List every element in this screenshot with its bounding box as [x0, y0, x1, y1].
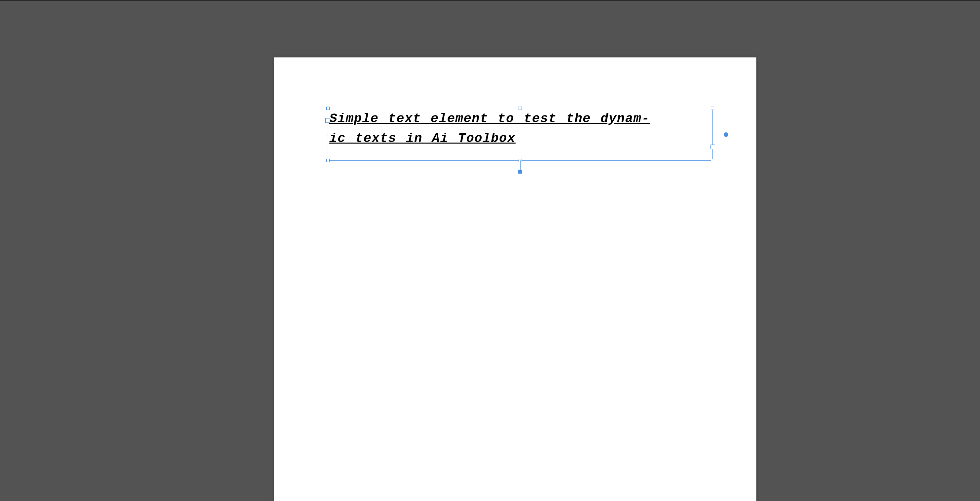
- selection-handle-bottom-left[interactable]: [326, 159, 329, 162]
- selection-handle-top-left[interactable]: [326, 106, 329, 110]
- bottom-indicator-handle[interactable]: [518, 170, 522, 174]
- text-content[interactable]: Simple text element to test the dynam- i…: [328, 108, 713, 149]
- text-out-port[interactable]: [711, 144, 715, 149]
- text-thread-handle[interactable]: [724, 132, 728, 137]
- text-in-port[interactable]: [325, 118, 330, 123]
- selection-handle-bottom-right[interactable]: [711, 159, 714, 162]
- text-line-1: Simple text element to test the dynam-: [329, 111, 650, 126]
- text-left-mid-tick[interactable]: [326, 133, 328, 136]
- text-line-2: ic texts in Ai Toolbox: [329, 132, 515, 146]
- bottom-indicator-line: [520, 160, 520, 170]
- text-frame[interactable]: Simple text element to test the dynam- i…: [328, 108, 713, 161]
- artboard-page[interactable]: Simple text element to test the dynam- i…: [274, 57, 756, 501]
- canvas-area[interactable]: Simple text element to test the dynam- i…: [0, 1, 980, 501]
- selection-handle-top-center[interactable]: [519, 106, 522, 110]
- selection-handle-top-right[interactable]: [711, 106, 714, 110]
